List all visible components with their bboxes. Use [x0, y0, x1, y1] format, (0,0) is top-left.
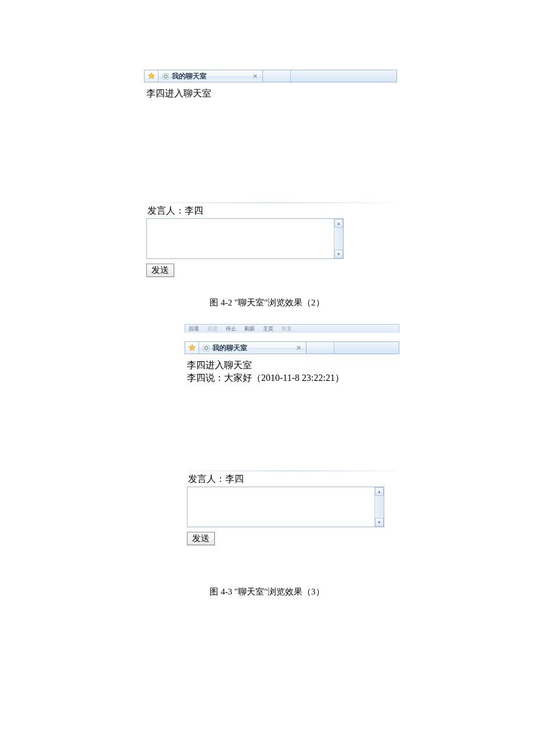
svg-rect-2: [204, 345, 210, 351]
browser-tab-bar: 我的聊天室 ✕: [144, 70, 397, 82]
svg-rect-0: [163, 73, 169, 79]
chat-display-area: 李四进入聊天室 李四说：大家好（2010-11-8 23:22:21） 发言人：…: [185, 357, 399, 545]
figure-caption: 图 4-3 "聊天室"浏览效果（3）: [0, 586, 534, 597]
divider: [146, 202, 395, 203]
scroll-down-icon[interactable]: ▼: [375, 518, 384, 527]
favorites-button[interactable]: [185, 342, 199, 354]
browser-tab[interactable]: 我的聊天室 ✕: [199, 342, 306, 354]
scroll-down-icon[interactable]: ▼: [334, 250, 343, 258]
scrollbar[interactable]: ▲ ▼: [374, 487, 384, 527]
browser-toolbar: 后退 前进 停止 刷新 主页 恢复: [185, 324, 399, 333]
tab-bar-rest: [334, 342, 399, 354]
toolbar-home[interactable]: 主页: [263, 325, 273, 333]
close-icon[interactable]: ✕: [295, 344, 302, 352]
page-icon: [203, 344, 210, 352]
toolbar-back[interactable]: 后退: [189, 325, 199, 333]
browser-tab[interactable]: 我的聊天室 ✕: [158, 70, 263, 82]
favorites-button[interactable]: [145, 70, 158, 82]
toolbar-refresh[interactable]: 刷新: [244, 325, 255, 333]
close-icon[interactable]: ✕: [251, 73, 259, 80]
page-icon: [162, 73, 169, 80]
chat-message: 李四进入聊天室: [146, 87, 395, 100]
tab-bar-rest: [291, 70, 396, 82]
tab-title: 我的聊天室: [212, 343, 293, 353]
message-textarea[interactable]: ▲ ▼: [187, 487, 384, 527]
chat-display-area: 李四进入聊天室 发言人：李四 ▲ ▼ 发送: [144, 85, 397, 277]
toolbar-forward[interactable]: 前进: [207, 325, 218, 333]
send-button[interactable]: 发送: [146, 264, 174, 277]
chat-message: 李四说：大家好（2010-11-8 23:22:21）: [187, 372, 397, 384]
new-tab-button[interactable]: [263, 70, 291, 82]
chat-message: 李四进入聊天室: [187, 359, 397, 372]
toolbar-stop[interactable]: 停止: [226, 325, 236, 333]
figure-4-2: 我的聊天室 ✕ 李四进入聊天室 发言人：李四 ▲ ▼ 发送: [144, 70, 397, 277]
new-tab-button[interactable]: [306, 342, 334, 354]
browser-tab-bar: 我的聊天室 ✕: [185, 341, 399, 354]
speaker-label: 发言人：李四: [146, 205, 395, 217]
star-icon: [147, 72, 156, 80]
figure-4-3: 后退 前进 停止 刷新 主页 恢复 我的聊天室 ✕: [185, 324, 399, 545]
scroll-up-icon[interactable]: ▲: [375, 487, 384, 496]
star-icon: [188, 344, 196, 352]
speaker-label: 发言人：李四: [187, 473, 397, 485]
scrollbar[interactable]: ▲ ▼: [334, 219, 343, 258]
divider: [187, 470, 397, 471]
message-textarea[interactable]: ▲ ▼: [146, 218, 344, 259]
toolbar-restore[interactable]: 恢复: [282, 325, 292, 333]
scroll-up-icon[interactable]: ▲: [334, 219, 343, 228]
figure-caption: 图 4-2 "聊天室"浏览效果（2）: [0, 297, 534, 308]
send-button[interactable]: 发送: [187, 532, 215, 545]
tab-title: 我的聊天室: [172, 71, 249, 81]
